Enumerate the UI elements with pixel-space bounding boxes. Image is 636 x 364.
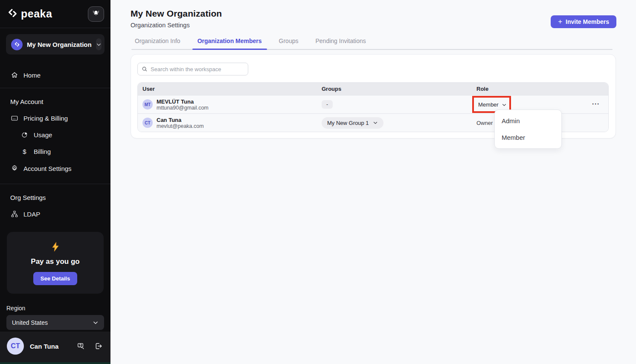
support-chat-icon[interactable] — [76, 342, 85, 351]
sidebar-item-label: Pricing & Billing — [23, 115, 68, 122]
chevron-down-icon — [93, 320, 99, 326]
avatar: CT — [142, 118, 153, 128]
group-name: My New Group 1 — [327, 120, 369, 126]
avatar: MT — [142, 99, 153, 110]
workspace-search[interactable] — [137, 63, 248, 75]
pay-as-you-go-card: Pay as you go See Details — [7, 232, 104, 294]
role-cell: Member ··· Admin Member — [472, 95, 608, 113]
invite-members-label: Invite Members — [566, 18, 609, 25]
role-option-member[interactable]: Member — [495, 129, 561, 146]
sidebar-nav: Home My Account Pricing & Billing Usage … — [0, 61, 110, 222]
search-input[interactable] — [151, 66, 244, 72]
main-content: My New Organization Organization Setting… — [110, 0, 636, 364]
bell-icon — [92, 9, 100, 19]
credit-card-icon — [10, 114, 18, 122]
members-table: User Groups Role MT MEVLÜT Tuna mttuna90… — [137, 82, 609, 132]
section-my-account: My Account — [0, 92, 110, 110]
sidebar-item-label: Account Settings — [23, 165, 72, 172]
region-section: Region United States — [6, 305, 104, 330]
group-badge[interactable]: My New Group 1 — [322, 117, 383, 129]
tab-pending-invitations[interactable]: Pending Invitations — [315, 38, 366, 50]
role-value: Owner — [476, 120, 493, 126]
notifications-button[interactable] — [88, 6, 104, 22]
user-name: Can Tuna — [30, 343, 58, 350]
peaka-logo-text: peaka — [21, 8, 52, 20]
role-dropdown-trigger[interactable]: Member — [478, 101, 507, 108]
see-details-button[interactable]: See Details — [33, 272, 77, 285]
region-value: United States — [12, 319, 48, 326]
table-row: MT MEVLÜT Tuna mttuna90@gmail.com - Memb… — [138, 95, 608, 113]
tab-groups[interactable]: Groups — [279, 38, 299, 50]
sidebar-item-ldap[interactable]: LDAP — [0, 205, 110, 222]
row-actions-menu[interactable]: ··· — [592, 100, 600, 107]
section-org-settings: Org Settings — [0, 188, 110, 205]
column-role: Role — [472, 86, 608, 92]
user-cell: MT MEVLÜT Tuna mttuna90@gmail.com — [138, 95, 317, 113]
gear-icon — [10, 165, 18, 172]
member-email: mevlut@peaka.com — [157, 123, 204, 129]
sidebar-item-label: Billing — [34, 148, 51, 155]
sidebar-item-home[interactable]: Home — [0, 66, 110, 84]
sidebar-item-pricing-billing[interactable]: Pricing & Billing — [0, 110, 110, 127]
peaka-logo: peaka — [7, 8, 52, 20]
page-title: My New Organization — [131, 9, 616, 19]
member-email: mttuna90@gmail.com — [157, 105, 209, 111]
sidebar-header: peaka — [0, 0, 110, 28]
tab-organization-info[interactable]: Organization Info — [135, 38, 180, 50]
region-label: Region — [6, 305, 104, 312]
column-groups: Groups — [317, 86, 472, 92]
sidebar-item-label: Usage — [34, 131, 52, 139]
role-value: Member — [478, 101, 499, 108]
plus-icon: + — [558, 17, 562, 26]
role-option-admin[interactable]: Admin — [495, 113, 561, 129]
search-icon — [142, 66, 148, 72]
chevron-down-icon[interactable] — [96, 38, 102, 50]
groups-cell: - — [317, 95, 472, 113]
column-user: User — [138, 86, 317, 92]
member-name: MEVLÜT Tuna — [157, 98, 209, 105]
peaka-logo-icon — [7, 8, 18, 20]
sidebar-item-label: Home — [23, 72, 41, 79]
sidebar-item-account-settings[interactable]: Account Settings — [0, 160, 110, 177]
role-dropdown-menu: Admin Member — [494, 110, 562, 149]
groups-empty-badge[interactable]: - — [322, 100, 333, 109]
sidebar-item-label: LDAP — [23, 211, 40, 218]
user-cell: CT Can Tuna mevlut@peaka.com — [138, 114, 317, 132]
sidebar-item-usage[interactable]: Usage — [0, 127, 110, 143]
region-select[interactable]: United States — [6, 315, 104, 330]
sidebar: peaka My New Organization — [0, 0, 110, 364]
dollar-icon: $ — [20, 148, 29, 155]
tab-organization-members[interactable]: Organization Members — [197, 38, 262, 50]
sidebar-item-billing[interactable]: $ Billing — [0, 143, 110, 160]
table-header-row: User Groups Role — [138, 83, 608, 95]
pie-chart-icon — [20, 131, 29, 139]
user-avatar[interactable]: CT — [7, 338, 24, 355]
members-card: User Groups Role MT MEVLÜT Tuna mttuna90… — [131, 54, 616, 139]
logout-icon[interactable] — [94, 342, 103, 350]
settings-tabs: Organization Info Organization Members G… — [131, 38, 616, 50]
sidebar-user-bar: CT Can Tuna — [0, 332, 110, 364]
sidebar-divider — [0, 88, 110, 88]
org-avatar — [11, 39, 23, 50]
lightning-icon — [50, 246, 61, 254]
chevron-down-icon — [502, 102, 507, 107]
page-subtitle: Organization Settings — [131, 22, 616, 29]
sitemap-icon — [10, 210, 18, 218]
sidebar-divider — [0, 184, 110, 184]
org-switcher-label: My New Organization — [27, 41, 92, 48]
org-switcher[interactable]: My New Organization — [6, 34, 105, 55]
member-name: Can Tuna — [157, 117, 204, 123]
chevron-down-icon — [373, 120, 378, 125]
promo-title: Pay as you go — [14, 257, 97, 266]
home-icon — [10, 71, 18, 79]
invite-members-button[interactable]: + Invite Members — [551, 15, 616, 28]
groups-cell: My New Group 1 — [317, 114, 472, 132]
